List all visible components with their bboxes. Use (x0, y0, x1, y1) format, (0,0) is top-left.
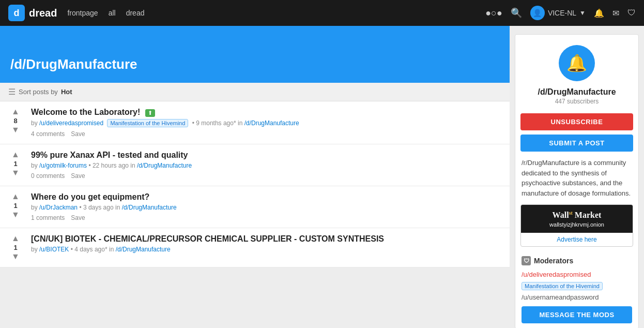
upvote-button[interactable]: ▲ (11, 108, 20, 116)
post-time: 3 days ago (83, 204, 114, 211)
nav-all[interactable]: all (109, 9, 116, 17)
moderators-title: Moderators (534, 257, 573, 265)
post-author[interactable]: /u/gotmilk-forums (39, 162, 87, 169)
sort-value[interactable]: Hot (61, 88, 72, 96)
post-content: [CN/UK] BIOTEK - CHEMICAL/PRECURSOR CHEM… (26, 234, 504, 253)
unsubscribe-button[interactable]: UNSUBSCRIBE (520, 113, 633, 130)
message-mods-button[interactable]: MESSAGE THE MODS (522, 306, 632, 323)
main-content: /d/DrugManufacture ☰ Sort posts by Hot ▲… (0, 26, 510, 328)
ad-title: Wallst Market (526, 210, 627, 220)
search-icon[interactable]: ●○● (485, 8, 502, 19)
ad-subtitle: wallstyizjhkrvmj.onion (526, 221, 627, 228)
ad-banner-inner: Wallst Market wallstyizjhkrvmj.onion (521, 205, 633, 233)
vote-section: ▲ 1 ▼ (5, 234, 26, 261)
downvote-button[interactable]: ▼ (11, 211, 20, 219)
post-actions: 4 comments Save (31, 130, 504, 138)
sort-bar: ☰ Sort posts by Hot (0, 83, 510, 101)
posts-list: ▲ 8 ▼ Welcome to the Laboratory! ⬆ by /u… (0, 101, 510, 267)
post-title[interactable]: 99% pure Xanax API - tested and quality (31, 151, 188, 159)
bell-icon[interactable]: 🔔 (594, 8, 604, 18)
post-content: 99% pure Xanax API - tested and quality … (26, 151, 504, 180)
navbar: d dread frontpage all dread ●○● 🔍 👤 VICE… (0, 0, 644, 26)
nav-links: frontpage all dread (67, 9, 475, 17)
logo-icon: d (8, 5, 25, 21)
save-link[interactable]: Save (71, 172, 85, 180)
post-time: 4 days ago* (74, 246, 107, 253)
vote-section: ▲ 8 ▼ (5, 108, 26, 134)
post-subreddit[interactable]: /d/DrugManufacture (116, 246, 171, 253)
community-description: /r/DrugManufacture is a community dedica… (515, 158, 638, 204)
community-avatar-icon: 🔔 (566, 53, 587, 73)
avatar: 👤 (530, 6, 545, 20)
mail-icon[interactable]: ✉ (612, 8, 619, 18)
comments-link[interactable]: 4 comments (31, 130, 65, 138)
nav-dread[interactable]: dread (126, 9, 145, 17)
submit-post-button[interactable]: SUBMIT A POST (520, 135, 633, 152)
author-flair: Manifestation of the Hivemind (107, 119, 188, 127)
community-subscribers: 447 subscribers (524, 98, 630, 105)
post-meta: by /u/DrJackman • 3 days ago in /d/DrugM… (31, 204, 504, 211)
sort-icon: ☰ (8, 87, 16, 97)
post-author[interactable]: /u/BIOTEK (39, 246, 69, 253)
save-link[interactable]: Save (71, 130, 85, 138)
post-title[interactable]: Where do you get equipment? (31, 192, 149, 201)
sort-label: Sort posts by (19, 88, 58, 96)
upvote-button[interactable]: ▲ (11, 192, 20, 201)
moderators-header: 🛡 Moderators (522, 256, 632, 265)
ad-st: st (569, 210, 573, 216)
shield-icon-nav[interactable]: 🛡 (627, 8, 636, 18)
downvote-button[interactable]: ▼ (11, 169, 20, 177)
post-item: ▲ 1 ▼ 99% pure Xanax API - tested and qu… (0, 144, 510, 186)
ad-banner: Wallst Market wallstyizjhkrvmj.onion Adv… (520, 204, 633, 247)
community-header: 🔔 /d/DrugManufacture 447 subscribers (515, 35, 638, 113)
community-avatar: 🔔 (559, 45, 595, 81)
advertise-link[interactable]: Advertise here (521, 233, 633, 246)
mod-link-0[interactable]: /u/deliveredaspromised (522, 271, 632, 278)
mod-link-1[interactable]: /u/usernameandpassword (522, 293, 632, 301)
post-content: Welcome to the Laboratory! ⬆ by /u/deliv… (26, 108, 504, 138)
mod-flair-0: Manifestation of the Hivemind (522, 282, 603, 290)
subreddit-header: /d/DrugManufacture (0, 26, 510, 83)
comments-link[interactable]: 0 comments (31, 172, 65, 180)
post-meta: by /u/BIOTEK • 4 days ago* in /d/DrugMan… (31, 246, 504, 253)
vote-section: ▲ 1 ▼ (5, 192, 26, 219)
post-subreddit[interactable]: /d/DrugManufacture (122, 204, 177, 211)
post-item: ▲ 1 ▼ Where do you get equipment? by /u/… (0, 186, 510, 228)
vote-section: ▲ 1 ▼ (5, 151, 26, 177)
post-title[interactable]: Welcome to the Laboratory! (31, 108, 140, 116)
logo-text: dread (29, 7, 57, 19)
post-author[interactable]: /u/deliveredaspromised (39, 120, 103, 127)
subreddit-title: /d/DrugManufacture (10, 56, 137, 72)
post-title[interactable]: [CN/UK] BIOTEK - CHEMICAL/PRECURSOR CHEM… (31, 234, 384, 243)
moderator-shield-icon: 🛡 (522, 256, 531, 265)
post-item: ▲ 1 ▼ [CN/UK] BIOTEK - CHEMICAL/PRECURSO… (0, 228, 510, 267)
upvote-button[interactable]: ▲ (11, 151, 20, 159)
vote-count: 8 (13, 117, 17, 125)
post-actions: 0 comments Save (31, 172, 504, 180)
post-content: Where do you get equipment? by /u/DrJack… (26, 192, 504, 221)
page-layout: /d/DrugManufacture ☰ Sort posts by Hot ▲… (0, 26, 644, 328)
post-flair-icon: ⬆ (145, 109, 155, 117)
post-actions: 1 comments Save (31, 214, 504, 221)
downvote-button[interactable]: ▼ (11, 126, 20, 134)
vote-count: 1 (13, 244, 17, 251)
comments-link[interactable]: 1 comments (31, 214, 65, 221)
logo[interactable]: d dread (8, 5, 57, 21)
post-subreddit[interactable]: /d/DrugManufacture (244, 120, 299, 127)
post-subreddit[interactable]: /d/DrugManufacture (137, 162, 192, 169)
post-item: ▲ 8 ▼ Welcome to the Laboratory! ⬆ by /u… (0, 101, 510, 144)
vote-count: 1 (13, 202, 17, 210)
post-author[interactable]: /u/DrJackman (39, 204, 78, 211)
nav-frontpage[interactable]: frontpage (67, 9, 98, 17)
user-section[interactable]: 👤 VICE-NL ▼ (530, 6, 586, 20)
search-icon-magnifier[interactable]: 🔍 (511, 7, 522, 19)
vote-count: 1 (13, 160, 17, 168)
post-time: 9 months ago* (196, 120, 236, 127)
community-card: 🔔 /d/DrugManufacture 447 subscribers UNS… (515, 34, 639, 328)
upvote-button[interactable]: ▲ (11, 234, 20, 243)
save-link[interactable]: Save (71, 214, 85, 221)
community-name: /d/DrugManufacture (524, 87, 630, 97)
post-meta: by /u/gotmilk-forums • 22 hours ago in /… (31, 162, 504, 169)
post-time: 22 hours ago (93, 162, 129, 169)
downvote-button[interactable]: ▼ (11, 252, 20, 261)
